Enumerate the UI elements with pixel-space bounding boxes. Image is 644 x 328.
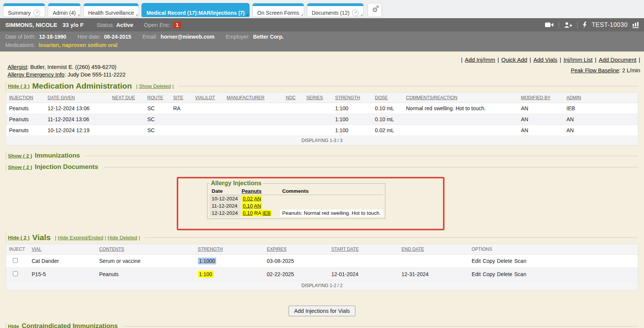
inject-checkbox[interactable] xyxy=(13,271,18,276)
add-vials-link[interactable]: Add Vials xyxy=(533,56,557,63)
separator: | xyxy=(529,56,531,63)
col-strength[interactable]: STRENGTH xyxy=(332,93,372,103)
video-camera-icon[interactable] xyxy=(545,22,554,28)
add-person-icon[interactable] xyxy=(564,22,572,28)
allergy-emergency-link[interactable]: Allergy Emergency Info xyxy=(8,72,64,78)
allergy-col-peanuts-link[interactable]: Peanuts xyxy=(242,188,262,194)
allergist-link[interactable]: Allergist xyxy=(8,64,27,70)
contraindicated-hide-toggle[interactable]: Hide xyxy=(8,323,19,328)
col-dose[interactable]: DOSE xyxy=(372,93,403,103)
lightning-bolt-icon[interactable] xyxy=(583,22,587,28)
peak-flow-baseline-link[interactable]: Peak Flow Baseline xyxy=(571,67,619,73)
immunizations-show-toggle[interactable]: Show ( 2 ) xyxy=(8,153,32,159)
email-label: Email: xyxy=(143,34,157,40)
cell-date-given: 12-12-2024 13:06 xyxy=(45,103,109,114)
tab-on-screen-forms[interactable]: On Screen Forms xyxy=(252,3,304,17)
tab-summary[interactable]: Summary ↗ xyxy=(3,3,45,17)
col-contents[interactable]: CONTENTS xyxy=(96,244,195,255)
injection-documents-show-toggle[interactable]: Show ( 2 ) xyxy=(8,164,32,170)
cell-ndc xyxy=(283,114,303,125)
col-date-given[interactable]: DATE GIVEN xyxy=(45,93,109,103)
dose-link[interactable]: 0.02 xyxy=(243,196,253,201)
col-end-date[interactable]: END DATE xyxy=(399,244,469,255)
admin-initials-link[interactable]: IEB xyxy=(262,210,271,216)
col-route[interactable]: ROUTE xyxy=(145,93,170,103)
strength-highlighted: 1:1000 xyxy=(198,258,217,264)
inject-checkbox[interactable] xyxy=(13,258,18,263)
copy-action[interactable]: Copy xyxy=(483,271,495,277)
col-expires[interactable]: EXPIRES xyxy=(264,244,328,255)
popout-icon[interactable]: ↗ xyxy=(352,9,359,16)
cell-series xyxy=(303,125,332,136)
add-document-link[interactable]: Add Document xyxy=(599,56,636,63)
col-site[interactable]: SITE xyxy=(170,93,192,103)
copy-action[interactable]: Copy xyxy=(483,258,495,264)
cell-admin: IEB xyxy=(564,103,638,114)
allergy-comment xyxy=(280,195,383,203)
table-row: P15-5 Peanuts 1:100 02-22-2025 12-01-202… xyxy=(6,268,638,281)
tab-medical-record-active[interactable]: Medical Record (17):MAR/Injections (7) xyxy=(141,3,250,17)
inj-imm-list-link[interactable]: Inj/Imm List xyxy=(564,56,593,63)
vials-paging-status: DISPLAYING 1-2 / 2 xyxy=(6,281,638,291)
quick-add-link[interactable]: Quick Add xyxy=(501,56,527,63)
bar-chart-icon[interactable] xyxy=(633,22,639,28)
medications-list[interactable]: losartan, naproxen sodium oral xyxy=(38,42,118,48)
delete-action[interactable]: Delete xyxy=(497,258,512,264)
separator: | xyxy=(55,235,57,241)
cell-site: RA xyxy=(170,103,192,114)
section-rule xyxy=(86,156,638,156)
col-series[interactable]: SERIES xyxy=(303,93,332,103)
hide-expired-ended-link[interactable]: Hide Expired/Ended xyxy=(58,235,103,241)
cell-manufacturer xyxy=(224,114,283,125)
tab-color-strip xyxy=(84,3,139,6)
contraindicated-section-header: Hide Contraindicated Immunizations xyxy=(6,322,638,328)
col-start-date[interactable]: START DATE xyxy=(328,244,399,255)
tab-label: Medical Record (17):MAR/Injections (7) xyxy=(146,10,245,16)
cell-vial-lot xyxy=(192,103,224,114)
med-admin-hide-toggle[interactable]: Hide ( 3 ) xyxy=(8,83,30,89)
col-next-due[interactable]: NEXT DUE xyxy=(109,93,145,103)
tab-health-surveillance[interactable]: Health Surveillance xyxy=(83,3,139,17)
admin-initials-link[interactable]: AN xyxy=(254,196,261,201)
separator: | xyxy=(639,56,640,63)
cell-dose: 0.02 mL xyxy=(372,125,403,136)
scan-action[interactable]: Scan xyxy=(514,258,526,264)
dose-link[interactable]: 0.10 xyxy=(243,203,253,209)
col-comments-reaction[interactable]: COMMENTS/REACTION xyxy=(403,93,518,103)
show-deleted-link[interactable]: Show Deleted xyxy=(139,83,171,89)
dose-link[interactable]: 0.10 xyxy=(243,210,253,216)
cell-contents: Peanuts xyxy=(96,268,195,281)
med-admin-header-row: INJECTION DATE GIVEN NEXT DUE ROUTE SITE… xyxy=(6,93,638,103)
edit-action[interactable]: Edit xyxy=(472,271,481,277)
settings-button[interactable]: ⚙︎ ⚙︎ xyxy=(368,3,382,17)
col-vial[interactable]: VIAL xyxy=(29,244,96,255)
open-encounter-badge[interactable]: 1 xyxy=(173,22,181,28)
tab-color-strip xyxy=(253,3,303,6)
col-vial-lot[interactable]: VIAL/LOT xyxy=(192,93,224,103)
col-comments: Comments xyxy=(280,187,383,195)
vials-hide-toggle[interactable]: Hide ( 2 ) xyxy=(8,235,30,241)
col-admin[interactable]: ADMIN xyxy=(564,93,638,103)
add-inj-imm-link[interactable]: Add Inj/Imm xyxy=(465,56,495,63)
vials-header-row: INJECT VIAL CONTENTS STRENGTH EXPIRES ST… xyxy=(6,244,638,255)
col-manufacturer[interactable]: MANUFACTURER xyxy=(224,93,283,103)
tab-color-strip xyxy=(142,3,249,6)
popout-icon[interactable]: ↗ xyxy=(33,9,40,16)
col-modified-by[interactable]: MODIFIED BY xyxy=(518,93,564,103)
col-strength[interactable]: STRENGTH xyxy=(195,244,264,255)
edit-action[interactable]: Edit xyxy=(472,258,481,264)
hide-deleted-link[interactable]: Hide Deleted xyxy=(108,235,137,241)
cell-route: SC xyxy=(145,125,170,136)
add-injections-for-vials-button[interactable]: Add Injections for Vials xyxy=(289,306,355,316)
col-ndc[interactable]: NDC xyxy=(283,93,303,103)
tab-admin[interactable]: Admin (4) xyxy=(48,3,81,17)
cell-modified-by: AN xyxy=(518,114,564,125)
admin-initials-link[interactable]: AN xyxy=(254,203,261,209)
tab-documents[interactable]: Documents (12) ↗ xyxy=(307,3,364,17)
scan-action[interactable]: Scan xyxy=(514,271,526,277)
cell-manufacturer xyxy=(224,103,283,114)
strength-highlighted: 1:100 xyxy=(198,271,214,278)
delete-action[interactable]: Delete xyxy=(497,271,512,277)
cell-injection: Peanuts xyxy=(6,103,45,114)
col-injection[interactable]: INJECTION xyxy=(6,93,45,103)
